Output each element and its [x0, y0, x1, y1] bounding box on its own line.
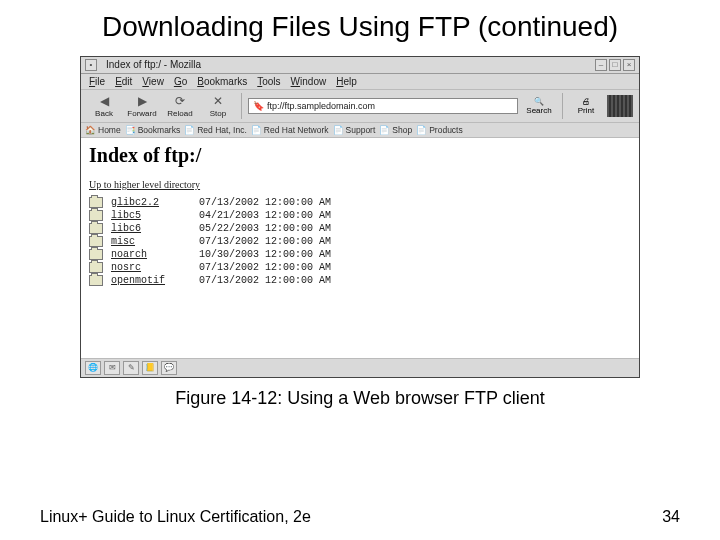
stop-label: Stop: [210, 109, 226, 118]
maximize-icon[interactable]: □: [609, 59, 621, 71]
menu-window[interactable]: Window: [291, 76, 327, 87]
mail-component-icon[interactable]: ✉: [104, 361, 120, 375]
home-button[interactable]: 🏠 Home: [85, 125, 121, 135]
support-link[interactable]: 📄 Support: [333, 125, 376, 135]
redhat-link[interactable]: 📄 Red Hat, Inc.: [184, 125, 247, 135]
personal-toolbar: 🏠 Home 📑 Bookmarks 📄 Red Hat, Inc. 📄 Red…: [81, 123, 639, 138]
print-icon: 🖨: [582, 97, 590, 106]
list-item[interactable]: openmotif07/13/2002 12:00:00 AM: [89, 274, 631, 287]
url-field[interactable]: 🔖 ftp://ftp.sampledomain.com: [248, 98, 518, 114]
dir-date: 10/30/2003 12:00:00 AM: [199, 249, 331, 260]
irc-component-icon[interactable]: 💬: [161, 361, 177, 375]
dir-name: noarch: [111, 249, 191, 260]
menu-help[interactable]: Help: [336, 76, 357, 87]
stop-icon: ✕: [209, 93, 227, 109]
list-item[interactable]: glibc2.207/13/2002 12:00:00 AM: [89, 196, 631, 209]
page-heading: Index of ftp:/: [89, 144, 631, 167]
titlebar: • Index of ftp:/ - Mozilla – □ ×: [81, 57, 639, 74]
slide-footer: Linux+ Guide to Linux Certification, 2e …: [40, 508, 680, 526]
nav-component-icon[interactable]: 🌐: [85, 361, 101, 375]
list-item[interactable]: noarch10/30/2003 12:00:00 AM: [89, 248, 631, 261]
toolbar-separator: [241, 93, 242, 119]
content-area[interactable]: Index of ftp:/ Up to higher level direct…: [81, 138, 639, 358]
reload-label: Reload: [167, 109, 192, 118]
folder-icon: [89, 197, 103, 208]
bookmark-page-icon[interactable]: 🔖: [253, 101, 264, 111]
pb-home-label: Home: [98, 125, 121, 135]
forward-button[interactable]: ▶ Forward: [125, 93, 159, 118]
reload-icon: ⟳: [171, 93, 189, 109]
menu-tools[interactable]: Tools: [257, 76, 280, 87]
footer-source: Linux+ Guide to Linux Certification, 2e: [40, 508, 311, 526]
dir-name: libc6: [111, 223, 191, 234]
dir-name: libc5: [111, 210, 191, 221]
pb-bookmarks-label: Bookmarks: [138, 125, 181, 135]
url-text: ftp://ftp.sampledomain.com: [267, 101, 375, 111]
folder-icon: [89, 249, 103, 260]
menu-file[interactable]: File: [89, 76, 105, 87]
menu-bookmarks[interactable]: Bookmarks: [197, 76, 247, 87]
search-button[interactable]: 🔍 Search: [522, 97, 556, 115]
folder-icon: [89, 223, 103, 234]
search-label: Search: [526, 106, 551, 115]
folder-icon: [89, 210, 103, 221]
dir-date: 07/13/2002 12:00:00 AM: [199, 262, 331, 273]
forward-icon: ▶: [133, 93, 151, 109]
browser-window: • Index of ftp:/ - Mozilla – □ × File Ed…: [80, 56, 640, 378]
dir-date: 04/21/2003 12:00:00 AM: [199, 210, 331, 221]
list-item[interactable]: libc504/21/2003 12:00:00 AM: [89, 209, 631, 222]
products-link[interactable]: 📄 Products: [416, 125, 463, 135]
dir-name: openmotif: [111, 275, 191, 286]
folder-icon: [89, 236, 103, 247]
print-button[interactable]: 🖨 Print: [569, 97, 603, 115]
statusbar: 🌐 ✉ ✎ 📒 💬: [81, 358, 639, 377]
menu-edit[interactable]: Edit: [115, 76, 132, 87]
directory-listing: glibc2.207/13/2002 12:00:00 AM libc504/2…: [89, 196, 631, 287]
list-item[interactable]: misc07/13/2002 12:00:00 AM: [89, 235, 631, 248]
pb-rhn-label: Red Hat Network: [264, 125, 329, 135]
status-spacer: [180, 361, 635, 375]
dir-name: nosrc: [111, 262, 191, 273]
dir-date: 07/13/2002 12:00:00 AM: [199, 275, 331, 286]
menu-go[interactable]: Go: [174, 76, 187, 87]
rhn-link[interactable]: 📄 Red Hat Network: [251, 125, 329, 135]
pb-products-label: Products: [429, 125, 463, 135]
toolbar: ◀ Back ▶ Forward ⟳ Reload ✕ Stop 🔖 ftp:/…: [81, 90, 639, 123]
bookmarks-button[interactable]: 📑 Bookmarks: [125, 125, 181, 135]
folder-icon: [89, 262, 103, 273]
window-menu-icon[interactable]: •: [85, 59, 97, 71]
print-label: Print: [578, 106, 594, 115]
throbber-icon: [607, 95, 633, 117]
list-item[interactable]: nosrc07/13/2002 12:00:00 AM: [89, 261, 631, 274]
pb-rh-label: Red Hat, Inc.: [197, 125, 247, 135]
forward-label: Forward: [127, 109, 156, 118]
pb-shop-label: Shop: [392, 125, 412, 135]
dir-name: glibc2.2: [111, 197, 191, 208]
back-icon: ◀: [95, 93, 113, 109]
figure-caption: Figure 14-12: Using a Web browser FTP cl…: [40, 388, 680, 409]
list-item[interactable]: libc605/22/2003 12:00:00 AM: [89, 222, 631, 235]
close-icon[interactable]: ×: [623, 59, 635, 71]
search-icon: 🔍: [534, 97, 544, 106]
dir-date: 05/22/2003 12:00:00 AM: [199, 223, 331, 234]
menubar: File Edit View Go Bookmarks Tools Window…: [81, 74, 639, 90]
dir-name: misc: [111, 236, 191, 247]
minimize-icon[interactable]: –: [595, 59, 607, 71]
page-number: 34: [662, 508, 680, 526]
dir-date: 07/13/2002 12:00:00 AM: [199, 197, 331, 208]
toolbar-separator-2: [562, 93, 563, 119]
menu-view[interactable]: View: [142, 76, 164, 87]
slide-title: Downloading Files Using FTP (continued): [40, 10, 680, 44]
back-label: Back: [95, 109, 113, 118]
addressbook-component-icon[interactable]: 📒: [142, 361, 158, 375]
window-title: Index of ftp:/ - Mozilla: [100, 59, 592, 70]
composer-component-icon[interactable]: ✎: [123, 361, 139, 375]
reload-button[interactable]: ⟳ Reload: [163, 93, 197, 118]
up-directory-link[interactable]: Up to higher level directory: [89, 179, 631, 190]
stop-button[interactable]: ✕ Stop: [201, 93, 235, 118]
shop-link[interactable]: 📄 Shop: [379, 125, 412, 135]
dir-date: 07/13/2002 12:00:00 AM: [199, 236, 331, 247]
pb-support-label: Support: [346, 125, 376, 135]
folder-icon: [89, 275, 103, 286]
back-button[interactable]: ◀ Back: [87, 93, 121, 118]
